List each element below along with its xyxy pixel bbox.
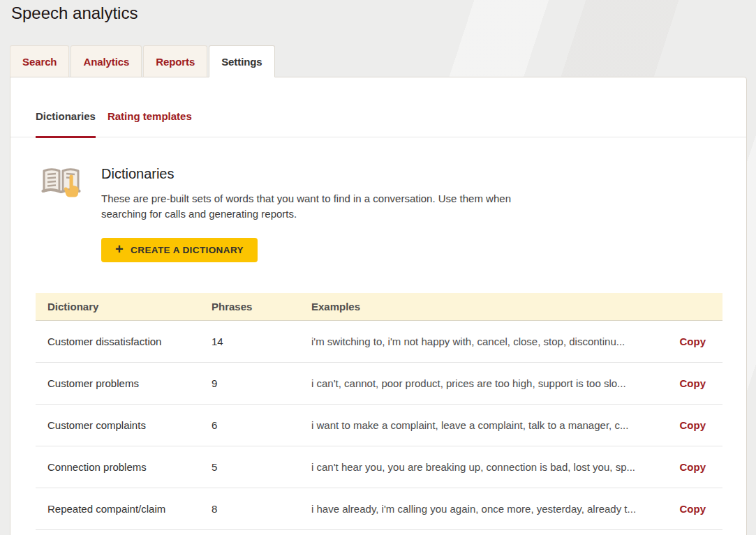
examples-text: i have already, i'm calling you again, o… (311, 503, 680, 515)
examples-text: i can't, cannot, poor product, prices ar… (311, 377, 680, 389)
main-tabs: Search Analytics Reports Settings (10, 45, 756, 77)
dictionary-name: Customer dissatisfaction (47, 336, 212, 347)
plus-icon: + (115, 241, 124, 257)
subtab-dictionaries[interactable]: Dictionaries (36, 110, 96, 138)
dictionary-name: Connection problems (47, 461, 212, 473)
examples-text: i'm switching to, i'm not happy with, ca… (311, 336, 680, 347)
copy-link[interactable]: Copy (680, 503, 706, 515)
phrases-count: 5 (212, 461, 311, 473)
phrases-count: 9 (212, 377, 311, 389)
table-header: Dictionary Phrases Examples (36, 293, 722, 321)
tab-analytics[interactable]: Analytics (71, 45, 142, 77)
settings-panel: Dictionaries Rating templates Dictionari… (10, 77, 747, 535)
section-description: These are pre-built sets of words that y… (101, 191, 538, 222)
create-dictionary-label: CREATE A DICTIONARY (131, 245, 244, 255)
copy-link[interactable]: Copy (680, 419, 706, 431)
dictionary-name: Customer problems (47, 377, 212, 389)
table-row: Customer dissatisfaction 14 i'm switchin… (36, 321, 722, 363)
tab-reports[interactable]: Reports (143, 45, 207, 77)
col-examples: Examples (311, 301, 706, 312)
col-phrases: Phrases (212, 301, 311, 312)
page-title: Speech analytics (0, 0, 756, 25)
phrases-count: 8 (212, 503, 311, 515)
copy-link[interactable]: Copy (680, 336, 706, 347)
examples-text: i can't hear you, you are breaking up, c… (311, 461, 680, 473)
settings-subtabs: Dictionaries Rating templates (10, 77, 746, 137)
phrases-count: 14 (212, 336, 311, 347)
subtab-rating-templates[interactable]: Rating templates (108, 110, 192, 137)
table-row: Customer problems 9 i can't, cannot, poo… (36, 363, 722, 405)
section-title: Dictionaries (101, 165, 538, 182)
copy-link[interactable]: Copy (680, 461, 706, 473)
dictionary-name: Customer complaints (47, 419, 212, 431)
tab-search[interactable]: Search (10, 45, 69, 77)
table-row: Connection problems 5 i can't hear you, … (36, 446, 722, 488)
dictionary-name: Repeated compaint/claim (47, 503, 212, 515)
dictionary-book-icon (41, 165, 82, 200)
examples-text: i want to make a complaint, leave a comp… (311, 419, 680, 431)
create-dictionary-button[interactable]: + CREATE A DICTIONARY (101, 238, 258, 262)
dictionaries-table: Dictionary Phrases Examples Customer dis… (36, 293, 722, 530)
phrases-count: 6 (212, 419, 311, 431)
col-dictionary: Dictionary (47, 301, 212, 312)
dictionaries-intro: Dictionaries These are pre-built sets of… (10, 137, 746, 262)
tab-settings[interactable]: Settings (209, 45, 274, 77)
table-row: Repeated compaint/claim 8 i have already… (36, 488, 722, 530)
copy-link[interactable]: Copy (680, 377, 706, 389)
table-row: Customer complaints 6 i want to make a c… (36, 405, 722, 446)
